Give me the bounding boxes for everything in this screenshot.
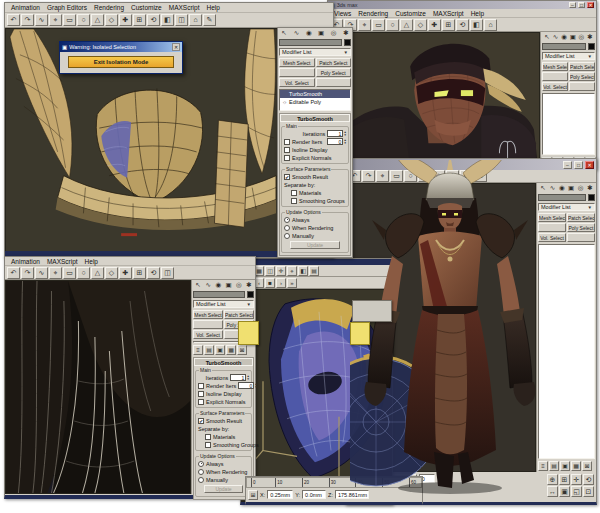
panel-tab-icon[interactable]: ◉	[214, 281, 222, 289]
materials-checkbox[interactable]	[205, 434, 211, 440]
patch-select-button[interactable]: Patch Select	[567, 213, 595, 222]
panel-tab-icon[interactable]: ◉	[305, 29, 313, 37]
w1-toolbar-icon[interactable]: ○	[77, 14, 90, 26]
panel-tab-icon[interactable]: ▣	[225, 281, 233, 289]
playback-icon[interactable]: ›	[276, 278, 286, 288]
stack-tool-icon[interactable]: ≡	[538, 461, 548, 471]
w3-menu-item[interactable]: MAXScript	[44, 258, 81, 265]
z-coordinate-field[interactable]: 175.861mm	[335, 490, 369, 499]
object-color-swatch[interactable]	[588, 43, 595, 50]
w2-minimize-button[interactable]: –	[569, 2, 576, 8]
panel-tab-icon[interactable]: ◎	[577, 184, 585, 192]
viewport-nav-icon[interactable]: ⊞	[559, 474, 570, 485]
w3-toolbar-icon[interactable]: △	[91, 267, 104, 279]
object-color-swatch[interactable]	[247, 291, 254, 298]
render-iters-checkbox[interactable]	[284, 139, 290, 145]
modifier-stack-item[interactable]: ☼ Editable Poly	[280, 98, 350, 106]
when-rendering-radio[interactable]	[284, 225, 290, 231]
panel-tab-icon[interactable]: ✱	[586, 184, 594, 192]
stack-tool-icon[interactable]: ▦	[226, 345, 236, 355]
y-coordinate-field[interactable]: 0.0mm	[302, 490, 326, 499]
smooth-result-checkbox[interactable]	[198, 418, 204, 424]
panel-tab-icon[interactable]: ∿	[552, 33, 560, 41]
w1-toolbar-icon[interactable]: ↶	[7, 14, 20, 26]
w3-toolbar-icon[interactable]: ▭	[63, 267, 76, 279]
panel-tab-icon[interactable]: ▣	[317, 29, 325, 37]
w2-toolbar-icon[interactable]: ◧	[470, 19, 483, 31]
w3-toolbar-icon[interactable]: ○	[77, 267, 90, 279]
w3-toolbar-icon[interactable]: ↶	[7, 267, 20, 279]
stack-tool-icon[interactable]: ≡	[193, 345, 203, 355]
panel-tab-icon[interactable]: ◎	[235, 281, 243, 289]
w3-toolbar-icon[interactable]: ↷	[21, 267, 34, 279]
explicit-normals-checkbox[interactable]	[198, 399, 204, 405]
w4-toolbar-icon[interactable]: ⟲	[474, 170, 487, 182]
patch-select-button[interactable]: Patch Select	[569, 62, 595, 71]
x-coordinate-field[interactable]: 0.25mm	[267, 490, 293, 499]
poly-select-button[interactable]: Poly Select	[316, 68, 352, 77]
patch-select-button[interactable]: Patch Select	[224, 310, 254, 319]
exit-isolation-button[interactable]: Exit Isolation Mode	[68, 56, 174, 68]
w2-toolbar-icon[interactable]: ○	[386, 19, 399, 31]
panel-tab-icon[interactable]: ↖	[543, 33, 551, 41]
w2-menu-item[interactable]: Rendering	[355, 10, 391, 17]
always-radio[interactable]	[198, 461, 204, 467]
w4-toolbar-icon[interactable]: ▭	[390, 170, 403, 182]
materials-checkbox[interactable]	[291, 190, 297, 196]
viewport-nav-icon[interactable]: ◱	[571, 486, 582, 497]
modifier-list-dropdown[interactable]: Modifier List ▼	[193, 300, 254, 308]
panel-tab-icon[interactable]: ▣	[567, 184, 575, 192]
vol-select-button[interactable]: Vol. Select	[193, 330, 223, 339]
w1-toolbar-icon[interactable]: ◧	[161, 14, 174, 26]
modifier-stack-list[interactable]	[538, 244, 595, 459]
w3-toolbar-icon[interactable]: ⊞	[133, 267, 146, 279]
vol-select-button[interactable]: Vol. Select	[542, 82, 568, 91]
panel-tab-icon[interactable]: ∿	[548, 184, 556, 192]
explicit-normals-checkbox[interactable]	[284, 155, 290, 161]
w4-toolbar-icon[interactable]: △	[418, 170, 431, 182]
iterations-spinner[interactable]: 1▴▾	[327, 130, 346, 137]
isoline-display-checkbox[interactable]	[284, 147, 290, 153]
w2-toolbar-icon[interactable]: ⟲	[456, 19, 469, 31]
modifier-stack-list[interactable]	[542, 93, 595, 155]
smoothing-groups-checkbox[interactable]	[291, 198, 297, 204]
stack-tool-icon[interactable]: ▤	[204, 345, 214, 355]
turbosmooth-rollout-header[interactable]: TurboSmooth	[194, 358, 253, 366]
object-color-swatch[interactable]	[588, 194, 595, 201]
w1-menu-item[interactable]: MAXScript	[166, 4, 203, 11]
w4-toolbar-icon[interactable]: ⊞	[460, 170, 473, 182]
object-name-field[interactable]	[193, 291, 245, 298]
w2-menu-item[interactable]: Views	[331, 10, 354, 17]
isoline-display-checkbox[interactable]	[198, 391, 204, 397]
w1-toolbar-icon[interactable]: ◫	[175, 14, 188, 26]
w2-toolbar-icon[interactable]: ⌂	[484, 19, 497, 31]
w3-toolbar-icon[interactable]: ⟲	[147, 267, 160, 279]
w2-toolbar-icon[interactable]: △	[400, 19, 413, 31]
panel-tab-icon[interactable]: ∿	[292, 29, 300, 37]
yellow-note-left[interactable]	[238, 321, 259, 345]
panel-tab-icon[interactable]: ◎	[330, 29, 338, 37]
grid-toggle-icon[interactable]: ⊞	[248, 490, 258, 500]
poly-select-button[interactable]: Poly Select	[569, 72, 595, 81]
stack-tool-icon[interactable]: ▦	[571, 461, 581, 471]
panel-tab-icon[interactable]: ◉	[558, 184, 566, 192]
w4-toolbar-icon[interactable]: ✚	[446, 170, 459, 182]
smooth-result-checkbox[interactable]	[284, 174, 290, 180]
w1-toolbar-icon[interactable]: ∿	[35, 14, 48, 26]
w1-toolbar-icon[interactable]: ⟲	[147, 14, 160, 26]
w5-tool-icon[interactable]: ⌖	[287, 266, 297, 276]
manually-radio[interactable]	[284, 233, 290, 239]
panel-tab-icon[interactable]: ↖	[280, 29, 288, 37]
stack-tool-icon[interactable]: ▤	[549, 461, 559, 471]
panel-tab-icon[interactable]: ◎	[577, 33, 585, 41]
mesh-select-button[interactable]: Mesh Select	[542, 62, 568, 71]
panel-tab-icon[interactable]: ∿	[204, 281, 212, 289]
w1-toolbar-icon[interactable]: ⊞	[133, 14, 146, 26]
panel-tab-icon[interactable]: ↖	[194, 281, 202, 289]
playback-icon[interactable]: ■	[265, 278, 275, 288]
mesh-select-button[interactable]: Mesh Select	[193, 310, 223, 319]
viewport-nav-icon[interactable]: ⊕	[547, 474, 558, 485]
w1-toolbar-icon[interactable]: ▭	[63, 14, 76, 26]
modifier-stack-list[interactable]: TurboSmooth ☼ Editable Poly	[279, 89, 351, 111]
w1-menu-item[interactable]: Rendering	[91, 4, 127, 11]
